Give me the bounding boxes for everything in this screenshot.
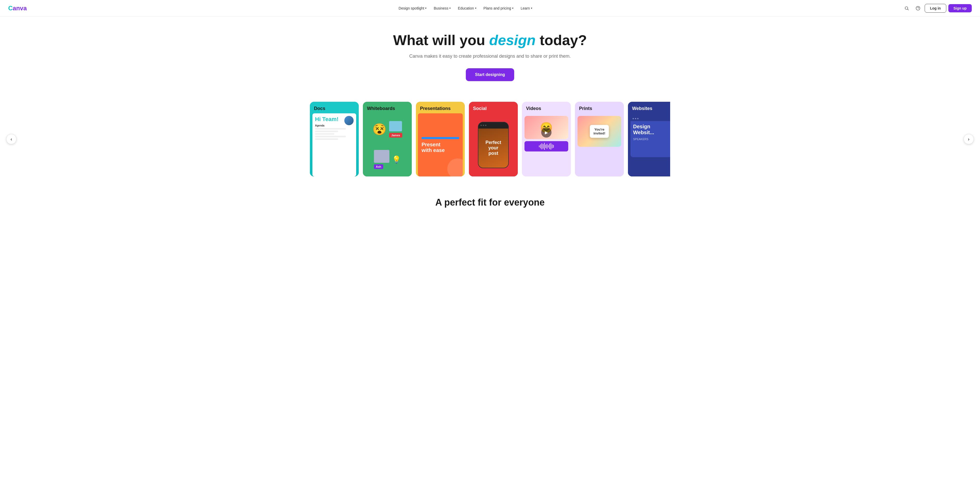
- whiteboard-tag-ash: Ash: [374, 165, 383, 169]
- prints-card-background: You're invited!: [578, 116, 621, 147]
- hero-section: What will you design today? Canva makes …: [0, 16, 980, 91]
- chevron-down-icon: ▾: [512, 7, 514, 10]
- nav-education[interactable]: Education ▾: [455, 4, 479, 12]
- card-websites[interactable]: Websites Design Websit...: [628, 102, 670, 176]
- hero-subtext: Canva makes it easy to create profession…: [5, 54, 975, 59]
- svg-point-1: [905, 7, 908, 10]
- card-websites-title: Websites: [628, 102, 670, 113]
- card-prints[interactable]: Prints You're invited!: [575, 102, 624, 176]
- nav-links: Design spotlight ▾ Business ▾ Education …: [396, 4, 535, 12]
- chevron-down-icon: ▾: [475, 7, 476, 10]
- videos-waveform: [525, 141, 568, 152]
- card-videos-title: Videos: [522, 102, 571, 113]
- card-prints-title: Prints: [575, 102, 624, 113]
- search-button[interactable]: [902, 3, 911, 13]
- card-social-image: Perfect your post: [469, 113, 518, 176]
- whiteboard-bulb-icon: 💡: [392, 155, 401, 164]
- docs-avatar: [344, 116, 353, 125]
- card-whiteboards-image: 😵 James Ash 💡: [363, 113, 412, 176]
- card-videos[interactable]: Videos 😊 ▶: [522, 102, 571, 176]
- bottom-heading: A perfect fit for everyone: [5, 197, 975, 208]
- card-docs-title: Docs: [310, 102, 359, 113]
- social-phone-header: [479, 122, 508, 129]
- pres-header-bar: [422, 137, 459, 139]
- docs-line-1: [315, 128, 346, 129]
- help-button[interactable]: [913, 3, 923, 13]
- card-websites-image: Design Websit... SPEAKERS: [628, 113, 670, 176]
- card-presentations-image: Present with ease: [416, 113, 465, 176]
- websites-speakers-label: SPEAKERS: [633, 137, 670, 141]
- pres-decorative-circle: [447, 158, 463, 176]
- chevron-down-icon: ▾: [449, 7, 450, 10]
- nav-learn[interactable]: Learn ▾: [517, 4, 535, 12]
- card-docs[interactable]: Docs Hi Team! Agenda: [310, 102, 359, 176]
- videos-thumbnail: 😊 ▶: [525, 116, 568, 139]
- svg-text:Canva: Canva: [8, 5, 27, 11]
- card-social[interactable]: Social Perfect your post: [469, 102, 518, 176]
- bottom-section: A perfect fit for everyone: [0, 187, 980, 213]
- svg-line-2: [907, 9, 908, 10]
- card-whiteboards[interactable]: Whiteboards 😵 James Ash 💡: [363, 102, 412, 176]
- logo[interactable]: Canva: [8, 4, 29, 12]
- websites-browser-header: [630, 116, 670, 121]
- card-whiteboards-title: Whiteboards: [363, 102, 412, 113]
- chevron-down-icon: ▾: [531, 7, 532, 10]
- videos-play-icon: ▶: [541, 127, 552, 137]
- docs-line-2: [315, 131, 338, 132]
- whiteboard-emoji: 😵: [372, 123, 387, 136]
- card-presentations-title: Presentations: [416, 102, 465, 113]
- docs-line-5: [315, 138, 338, 140]
- whiteboard-rect-2: [374, 150, 390, 163]
- social-phone-mockup: Perfect your post: [478, 122, 509, 168]
- chevron-down-icon: ▾: [425, 7, 426, 10]
- nav-business[interactable]: Business ▾: [431, 4, 454, 12]
- nav-design-spotlight[interactable]: Design spotlight ▾: [396, 4, 430, 12]
- nav-actions: Log in Sign up: [902, 3, 972, 13]
- hero-headline: What will you design today?: [5, 32, 975, 48]
- card-social-title: Social: [469, 102, 518, 113]
- login-button[interactable]: Log in: [925, 4, 946, 13]
- docs-line-4: [315, 136, 346, 137]
- cards-wrapper: Docs Hi Team! Agenda Whiteboards �: [310, 102, 670, 176]
- card-docs-image: Hi Team! Agenda: [310, 113, 359, 176]
- cards-section: ‹ Docs Hi Team! Agenda Whiteboards: [0, 91, 980, 187]
- carousel-next-button[interactable]: ›: [964, 134, 974, 144]
- card-presentations[interactable]: Presentations Present with ease: [416, 102, 465, 176]
- navigation: Canva Design spotlight ▾ Business ▾ Educ…: [0, 0, 980, 16]
- card-videos-image: 😊 ▶: [522, 113, 571, 176]
- websites-browser-mockup: Design Websit... SPEAKERS: [630, 116, 670, 157]
- nav-plans-pricing[interactable]: Plans and pricing ▾: [480, 4, 517, 12]
- pres-text: Present with ease: [422, 142, 459, 153]
- whiteboard-tag-james: James: [389, 133, 402, 137]
- prints-invite-card: You're invited!: [590, 125, 609, 138]
- card-prints-image: You're invited!: [575, 113, 624, 176]
- whiteboard-rect-1: [389, 121, 402, 131]
- social-phone-content: Perfect your post: [479, 129, 508, 168]
- carousel-prev-button[interactable]: ‹: [6, 134, 16, 144]
- start-designing-button[interactable]: Start designing: [466, 68, 514, 81]
- websites-design-text: Design Websit...: [633, 124, 670, 136]
- websites-browser-body: Design Websit... SPEAKERS: [630, 121, 670, 143]
- signup-button[interactable]: Sign up: [948, 4, 972, 12]
- docs-line-3: [315, 133, 334, 135]
